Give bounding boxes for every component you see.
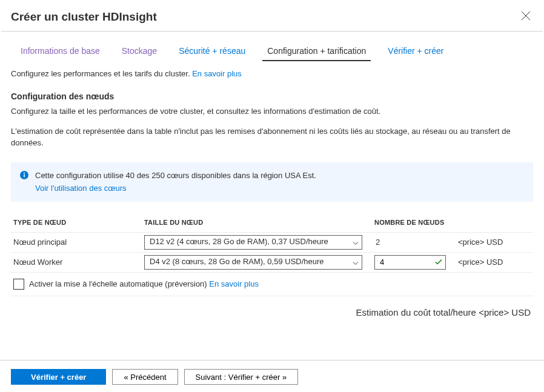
total-cost-label: Estimation du coût total/heure: [356, 307, 479, 317]
info-text: Cette configuration utilise 40 des 250 c…: [35, 170, 316, 194]
page-title: Créer un cluster HDInsight: [11, 10, 157, 24]
header-node-type: TYPE DE NŒUD: [11, 219, 144, 226]
node-table-header: TYPE DE NŒUD TAILLE DU NŒUD NOMBRE DE NŒ…: [11, 219, 533, 232]
total-cost-value: <price> USD: [479, 307, 531, 317]
main-content: Configurez les performances et les tarif…: [0, 61, 544, 317]
learn-more-link[interactable]: En savoir plus: [192, 69, 242, 78]
info-message: Cette configuration utilise 40 des 250 c…: [35, 171, 316, 180]
close-button[interactable]: [519, 8, 533, 25]
tab-security[interactable]: Sécurité + réseau: [168, 44, 256, 61]
node-config-title: Configuration des nœuds: [11, 91, 533, 101]
worker-node-cost: <price> USD: [453, 257, 533, 267]
info-box: Cette configuration utilise 40 des 250 c…: [11, 162, 533, 202]
close-icon: [521, 11, 531, 21]
svg-point-2: [24, 172, 25, 173]
head-node-cost: <price> USD: [453, 238, 533, 247]
node-type-worker: Nœud Worker: [11, 257, 144, 267]
head-node-size-select[interactable]: D12 v2 (4 cœurs, 28 Go de RAM), 0,37 USD…: [144, 235, 362, 250]
head-node-count: 2: [374, 238, 453, 247]
tab-basics[interactable]: Informations de base: [10, 44, 111, 61]
header-node-size: TAILLE DU NŒUD: [144, 219, 374, 226]
header-node-cost: [453, 219, 533, 226]
svg-rect-1: [24, 174, 25, 177]
tab-configuration[interactable]: Configuration + tarification: [256, 44, 377, 61]
tab-review[interactable]: Vérifier + créer: [377, 44, 454, 61]
intro-text: Configurez les performances et les tarif…: [11, 69, 192, 78]
review-create-button[interactable]: Vérifier + créer: [11, 369, 106, 385]
checkmark-icon: [435, 257, 442, 267]
worker-node-size-select[interactable]: D4 v2 (8 cœurs, 28 Go de RAM), 0,59 USD/…: [144, 255, 362, 270]
page-header: Créer un cluster HDInsight: [0, 0, 544, 31]
footer: Vérifier + créer « Précédent Suivant : V…: [0, 360, 544, 385]
table-row: Nœud Worker D4 v2 (8 cœurs, 28 Go de RAM…: [11, 252, 533, 272]
node-config-text2: L'estimation de coût représentée dans la…: [11, 126, 533, 149]
autoscale-row: Activer la mise à l'échelle automatique …: [11, 272, 533, 296]
node-table: TYPE DE NŒUD TAILLE DU NŒUD NOMBRE DE NŒ…: [11, 219, 533, 296]
table-row: Nœud principal D12 v2 (4 cœurs, 28 Go de…: [11, 232, 533, 252]
head-node-size-value: D12 v2 (4 cœurs, 28 Go de RAM), 0,37 USD…: [144, 235, 362, 250]
autoscale-learn-more-link[interactable]: En savoir plus: [209, 279, 259, 288]
worker-node-count-wrap: [374, 255, 446, 270]
header-node-count: NOMBRE DE NŒUDS: [374, 219, 453, 226]
intro-paragraph: Configurez les performances et les tarif…: [11, 69, 533, 78]
info-icon: [19, 170, 29, 194]
previous-button[interactable]: « Précédent: [112, 369, 177, 385]
next-button[interactable]: Suivant : Vérifier + créer »: [184, 369, 299, 385]
tab-storage[interactable]: Stockage: [111, 44, 168, 61]
node-config-text1: Configurez la taille et les performances…: [11, 106, 533, 118]
total-cost: Estimation du coût total/heure <price> U…: [11, 307, 533, 317]
node-type-head: Nœud principal: [11, 238, 144, 247]
autoscale-label: Activer la mise à l'échelle automatique …: [29, 279, 259, 288]
worker-node-size-value: D4 v2 (8 cœurs, 28 Go de RAM), 0,59 USD/…: [144, 255, 362, 270]
header-divider: [1, 31, 543, 32]
tabs-nav: Informations de base Stockage Sécurité +…: [0, 44, 544, 61]
autoscale-checkbox[interactable]: [13, 279, 24, 290]
view-core-usage-link[interactable]: Voir l'utilisation des cœurs: [35, 182, 127, 194]
